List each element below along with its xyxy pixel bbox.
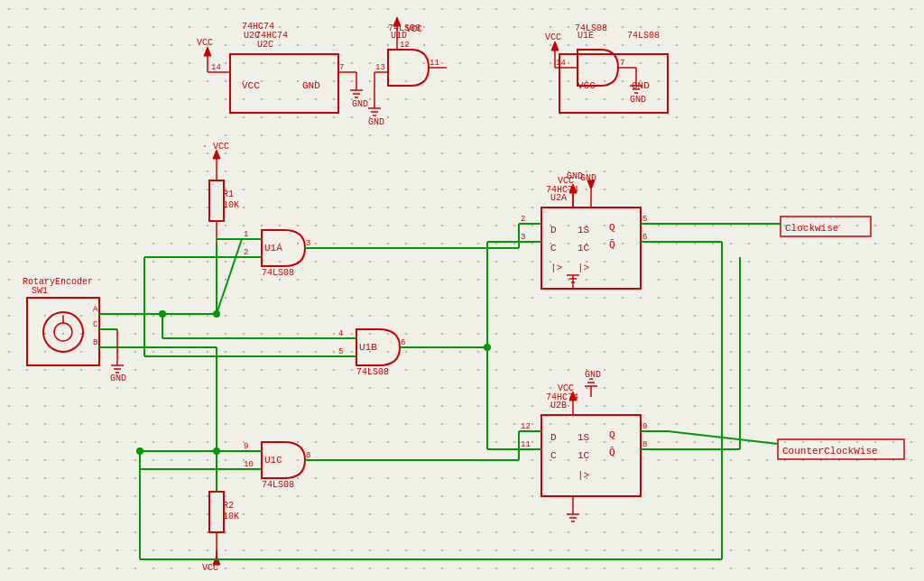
sw1-part: RotaryEncoder <box>23 277 93 287</box>
u1e-part2: 74LS08 <box>627 31 660 41</box>
r2-vcc-label: VCC <box>202 563 218 573</box>
u2b-d: D <box>550 432 557 443</box>
u2a-1rc2: |> <box>550 263 562 273</box>
u1d-pin12: 12 <box>400 41 410 50</box>
u2b-c: C <box>550 450 557 461</box>
u2c-top-part: 74HC74 <box>242 22 274 32</box>
u2a-1c: 1C <box>578 243 590 254</box>
svg-marker-4 <box>204 47 211 56</box>
svg-rect-39 <box>209 180 224 221</box>
r1-value: 10K <box>223 200 239 210</box>
u1d-pin11: 11 <box>430 59 439 68</box>
u1b-pin5: 5 <box>338 347 343 356</box>
u2c-gnd-label: GND <box>352 99 368 109</box>
u2c-gnd-text: GND <box>302 80 320 91</box>
u1e-vcc-label: VCC <box>545 32 561 42</box>
u2b-1rc: |> <box>578 470 589 481</box>
u2b-gnd-label: GND <box>585 370 601 380</box>
sw1-gnd-label: GND <box>110 374 126 383</box>
u2a-qbar: Q̄ <box>609 239 615 251</box>
u1e-gnd-txt: GND <box>632 80 650 91</box>
r2-value: 10K <box>223 512 239 521</box>
svg-point-29 <box>54 323 72 341</box>
u2a-1rc: |> <box>578 263 589 273</box>
u2a-gnd-arrow-label: GND <box>580 173 596 183</box>
u2b-q: Q <box>609 429 615 440</box>
u1a-pin3: 3 <box>306 239 310 248</box>
clockwise-label: Clockwise <box>785 223 838 234</box>
u1d-vcc-label: VCC <box>406 24 422 34</box>
u2a-pin3: 3 <box>521 233 525 242</box>
svg-marker-17 <box>393 17 401 26</box>
svg-marker-21 <box>551 42 559 51</box>
counter-clockwise-label: CounterClockWise <box>782 446 878 456</box>
u1c-pin8: 8 <box>306 451 310 460</box>
u1c-pin9: 9 <box>244 442 248 451</box>
r1-vcc-label: · VCC <box>202 142 229 152</box>
u1c-label: U1C <box>264 455 282 466</box>
svg-rect-26 <box>559 54 668 113</box>
svg-line-89 <box>217 239 242 314</box>
svg-rect-44 <box>209 492 224 532</box>
u2a-q: Q <box>609 222 615 233</box>
u2a-c: C <box>550 243 557 254</box>
u1a-part: 74LS08 <box>262 268 294 278</box>
u1a-pin2: 2 <box>244 248 248 257</box>
sw1-pin-b: B <box>93 338 98 347</box>
u1a-pin1: 1 <box>244 230 248 239</box>
svg-rect-27 <box>27 298 99 365</box>
u1d-pin13: 13 <box>375 63 385 72</box>
u2b-qbar: Q̄ <box>609 447 615 458</box>
sw1-label: SW1 <box>32 286 48 296</box>
u1b-pin6: 6 <box>401 338 405 347</box>
u2b-1c: 1C <box>578 450 590 461</box>
schematic: U2C 74HC74 VCC GND 14 7 VCC GND U1D 74LS… <box>0 0 924 581</box>
u1b-part: 74LS08 <box>356 367 389 377</box>
u2a-1s: 1S <box>578 225 590 235</box>
u1e-vcc-txt: VCC <box>578 80 596 91</box>
u2c-label: U2C <box>257 40 273 50</box>
u2b-pin11: 11 <box>521 440 531 449</box>
u2c-vcc-label: VCC <box>197 38 213 48</box>
u2c-vcc-text: VCC <box>242 80 260 91</box>
u1b-pin4: 4 <box>338 329 343 338</box>
sw1-pin-a: A <box>93 305 98 314</box>
u2b-pin9: 9 <box>642 422 647 431</box>
u1d-gnd-label: GND <box>368 117 384 127</box>
u2c-top-label: U2C <box>244 31 260 41</box>
u2a-pin5: 5 <box>642 215 647 224</box>
u1c-pin10: 10 <box>244 460 254 469</box>
u1a-label: U1A <box>264 243 282 254</box>
r2-label: R2 <box>223 501 234 511</box>
u2c-pin14: 14 <box>211 63 221 72</box>
u2a-pin6: 6 <box>642 233 647 242</box>
u2c-pin7: 7 <box>339 63 344 72</box>
u1e-part: 74LS08 <box>575 23 607 33</box>
u2b-vcc-label: VCC <box>558 383 574 393</box>
u2a-pin2: 2 <box>521 215 525 224</box>
sw1-pin-c: C <box>93 320 98 329</box>
u2c-part: 74HC74 <box>255 31 288 41</box>
u2a-d: D <box>550 225 557 235</box>
u1e-gnd-label: GND <box>630 95 646 105</box>
u1e-pin14: 14 <box>556 59 566 68</box>
u2b-pin8: 8 <box>642 440 647 449</box>
u1b-label: U1B <box>359 342 377 353</box>
r1-label: R1 <box>223 189 234 199</box>
u1e-pin7: 7 <box>620 59 624 68</box>
u2b-pin12: 12 <box>521 422 531 431</box>
u1c-part: 74LS08 <box>262 480 294 490</box>
u2b-1s: 1S <box>578 432 590 443</box>
